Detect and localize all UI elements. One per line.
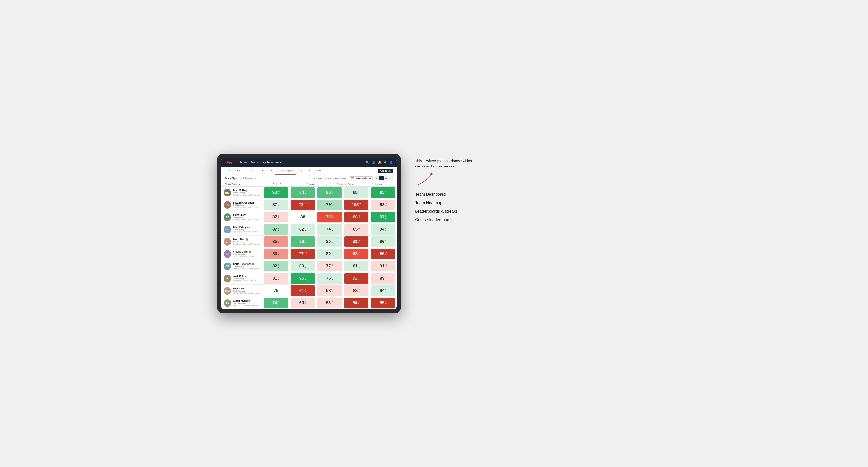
score-inner[interactable]: 85-3▼ (344, 224, 368, 235)
score-inner[interactable]: 89-2▼ (371, 273, 395, 284)
edit-icon[interactable]: ✎ (254, 177, 256, 180)
score-inner[interactable]: 77-3▼ (317, 261, 342, 272)
grid-view-button[interactable]: ⋮ (375, 176, 379, 181)
player-handicap: 11-15 Handicap (233, 302, 261, 304)
score-inner[interactable]: 75-3▼ (317, 212, 342, 222)
score-inner[interactable]: 60-1▼ (290, 298, 315, 308)
score-inner[interactable]: 5810▲ (317, 298, 342, 308)
score-inner[interactable]: 77-14▼ (290, 249, 315, 259)
score-inner[interactable]: 83-6▼ (344, 249, 368, 259)
tab-tour[interactable]: Tour (296, 167, 306, 175)
score-inner[interactable]: 91-3▼ (371, 261, 395, 272)
score-inner[interactable]: 799▲ (317, 199, 342, 210)
score-inner[interactable]: 748▲ (264, 298, 288, 308)
score-inner[interactable]: 87-3▼ (264, 212, 288, 222)
score-inner[interactable]: 61-3▼ (290, 285, 315, 296)
score-inner[interactable]: 943▲ (371, 285, 395, 296)
score-inner[interactable]: 84-21▼ (344, 298, 368, 308)
score-inner[interactable]: 81-3▼ (264, 273, 288, 284)
score-inner[interactable]: 584▲ (317, 285, 342, 296)
nav-link-home[interactable]: Home (240, 161, 247, 164)
score-inner[interactable]: 602▲ (290, 261, 315, 272)
score-inner[interactable]: 88-2▼ (344, 285, 368, 296)
score-inner[interactable]: 85-4▼ (371, 298, 395, 308)
score-inner[interactable]: 83-3▼ (264, 249, 288, 259)
menu-item-course-leaderboards[interactable]: Course leaderboards (415, 216, 486, 224)
score-inner[interactable]: 975▲ (371, 212, 395, 222)
score-inner[interactable]: 88-1▼ (344, 187, 368, 198)
score-inner[interactable]: 10315▲ (344, 199, 368, 210)
score-value: 83 (352, 239, 357, 244)
nav-link-teams[interactable]: Teams (251, 161, 258, 164)
profile-icon[interactable]: 👤 (372, 161, 375, 164)
last-rounds-button[interactable]: 📅 Last Rounds: 20 (349, 177, 373, 180)
player-info[interactable]: CQCharlie Quick✓6-10 HandicapSt. George'… (221, 248, 262, 260)
add-team-button[interactable]: Add Team (378, 168, 393, 173)
menu-item-team-heatmap[interactable]: Team Heatmap (415, 198, 486, 207)
menu-item-leaderboards[interactable]: Leaderboards & streaks (415, 207, 486, 216)
player-name: Edward Crossman (233, 201, 261, 204)
score-inner[interactable]: 75 (264, 285, 288, 296)
player-info[interactable]: BMBlair McHargPlus HandicapRoyal North D… (221, 187, 262, 198)
heatmap-view-button[interactable]: ☰ (379, 176, 383, 181)
score-inner[interactable]: 874▲ (264, 224, 288, 235)
player-info[interactable]: CRChris Robertson✓1-5 HandicapCraigmilla… (221, 260, 262, 272)
score-inner[interactable]: 823▲ (264, 261, 288, 272)
score-inner[interactable]: 741▲ (317, 224, 342, 235)
score-inner[interactable]: 85-3▼ (264, 236, 288, 247)
col-header-putting[interactable]: Putting — (363, 183, 397, 185)
score-inner[interactable]: 752▲ (317, 273, 342, 284)
tab-all-players[interactable]: All Players (306, 167, 324, 175)
player-info[interactable]: EEElliot Ebert1-5 HandicapSunningdale Go… (221, 211, 262, 223)
score-inner[interactable]: 814▲ (344, 261, 368, 272)
bell-icon[interactable]: 🔔 (378, 161, 382, 164)
score-inner[interactable]: 93+4▲ (264, 187, 288, 198)
score-cell: 89-2▼ (370, 272, 397, 284)
score-cell: 86-8▼ (370, 248, 397, 260)
score-inner[interactable]: 959▲ (371, 187, 395, 198)
tab-team-clippd[interactable]: Team Clippd (276, 167, 296, 175)
nav-link-my-performance[interactable]: My Performance (262, 161, 281, 164)
score-inner[interactable]: 73-11▼ (290, 199, 315, 210)
score-inner[interactable]: 858▲ (317, 187, 342, 198)
tab-hcaps[interactable]: Hcaps 1-5 (258, 167, 276, 175)
score-inner[interactable]: 92-3▼ (371, 199, 395, 210)
score-inner[interactable]: 897▲ (290, 236, 315, 247)
score-inner[interactable]: 871▲ (264, 199, 288, 210)
score-inner[interactable]: 86-6▼ (344, 212, 368, 222)
player-info[interactable]: ANAaron Nicholls11-15 HandicapDrift Golf… (221, 297, 262, 309)
player-info[interactable]: DBDave Billingham1-5 HandicapGog Magog G… (221, 223, 262, 236)
score-inner[interactable]: 86-8▼ (371, 249, 395, 259)
tab-pgat-players[interactable]: PGAT Players (225, 167, 247, 175)
col-header-off-tee[interactable]: Off the Tee — (262, 183, 296, 185)
score-inner[interactable]: 88 (290, 212, 315, 222)
col-header-player[interactable]: Player Quality ▾ (221, 183, 262, 185)
player-info[interactable]: DFDavid Ford✓Plus HandicapRoyal North De… (221, 236, 262, 248)
menu-item-team-dashboard[interactable]: Team Dashboard (415, 190, 486, 198)
sub-nav-right: Add Team (378, 168, 393, 173)
score-inner[interactable]: 846▲ (290, 187, 315, 198)
score-inner[interactable]: 958▲ (290, 273, 315, 284)
score-change: -2▼ (385, 276, 387, 281)
col-header-around-green[interactable]: Around the Green — (330, 183, 363, 185)
sort-button[interactable]: ↕ (389, 176, 393, 181)
score-change: -6▼ (358, 215, 360, 219)
score-inner[interactable]: 801▲ (317, 249, 342, 259)
player-details: Josh Coles1-5 HandicapRoyal North Devon … (233, 275, 261, 282)
settings-icon[interactable]: ⚙ (384, 161, 387, 164)
player-info[interactable]: JCJosh Coles1-5 HandicapRoyal North Devo… (221, 272, 262, 284)
score-inner[interactable]: 824▲ (290, 224, 315, 235)
user-avatar-icon[interactable]: 👤 (389, 161, 393, 164)
tab-pga[interactable]: PGA (247, 167, 258, 175)
list-view-button[interactable]: ✏ (384, 176, 388, 181)
col-header-approach[interactable]: Approach — (296, 183, 330, 185)
player-info[interactable]: ECEdward Crossman1-5 HandicapSunningdale… (221, 199, 262, 211)
search-icon[interactable]: 🔍 (366, 161, 369, 164)
score-inner[interactable]: 83-10▼ (344, 236, 368, 247)
score-inner[interactable]: 941▲ (371, 224, 395, 235)
player-info[interactable]: MMMatt Miller6-10 HandicapWoburn Golf Cl… (221, 285, 262, 297)
score-inner[interactable]: 963▲ (371, 236, 395, 247)
score-inner[interactable]: 803▲ (317, 236, 342, 247)
score-value: 89 (380, 276, 384, 281)
score-inner[interactable]: 71-11▼ (344, 273, 368, 284)
